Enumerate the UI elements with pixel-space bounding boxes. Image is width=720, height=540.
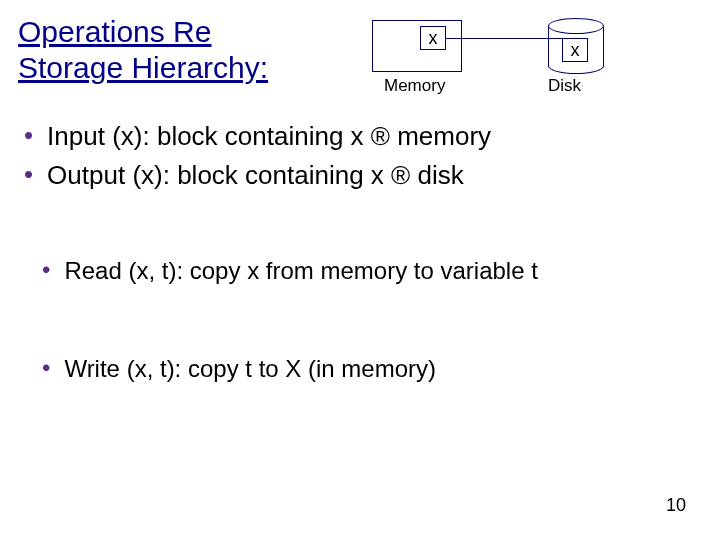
disk-label: Disk <box>548 76 581 96</box>
bullet-group-1: • Input (x): block containing x ® memory… <box>24 120 491 197</box>
bullet-text: Output (x): block containing x ® disk <box>47 159 464 192</box>
bullet-icon: • <box>24 120 33 151</box>
bullet-text: Read (x, t): copy x from memory to varia… <box>64 256 537 286</box>
x-on-disk: x <box>562 38 588 62</box>
bullet-icon: • <box>42 256 50 285</box>
page-number: 10 <box>666 495 686 516</box>
bullet-output: • Output (x): block containing x ® disk <box>24 159 491 192</box>
bullet-icon: • <box>42 354 50 383</box>
bullet-text: Write (x, t): copy t to X (in memory) <box>64 354 436 384</box>
slide: Operations Re Storage Hierarchy: x x Mem… <box>0 0 720 540</box>
memory-box <box>372 20 462 72</box>
x-in-memory: x <box>420 26 446 50</box>
bullet-read: • Read (x, t): copy x from memory to var… <box>42 256 538 286</box>
bullet-write: • Write (x, t): copy t to X (in memory) <box>42 354 436 384</box>
transfer-line <box>446 38 562 39</box>
bullet-input: • Input (x): block containing x ® memory <box>24 120 491 153</box>
bullet-group-2: • Read (x, t): copy x from memory to var… <box>42 256 538 292</box>
bullet-text: Input (x): block containing x ® memory <box>47 120 491 153</box>
bullet-icon: • <box>24 159 33 190</box>
storage-diagram: x x Memory Disk <box>372 20 672 98</box>
bullet-group-3: • Write (x, t): copy t to X (in memory) <box>42 354 436 390</box>
memory-label: Memory <box>384 76 445 96</box>
slide-title: Operations Re Storage Hierarchy: <box>18 14 268 86</box>
